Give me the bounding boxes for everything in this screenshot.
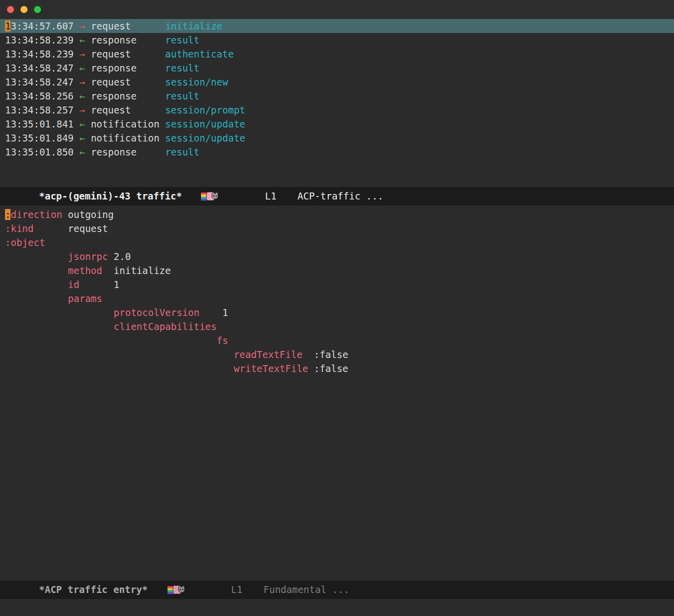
seg-plain xyxy=(85,132,90,144)
traffic-log-row[interactable]: 13:34:58.256 ← response result xyxy=(0,89,674,103)
traffic-log-row[interactable]: 13:34:58.257 → request session/prompt xyxy=(0,103,674,117)
seg-plain xyxy=(85,34,90,46)
traffic-log-row[interactable]: 13:35:01.849 ← notification session/upda… xyxy=(0,131,674,145)
seg-plain xyxy=(85,118,90,130)
major-mode-indicator[interactable]: ACP-traffic ... xyxy=(298,187,384,206)
seg-plain xyxy=(74,90,79,102)
acp-traffic-log-pane: 13:34:57.607 → request initialize13:34:5… xyxy=(0,19,674,187)
minimize-button[interactable] xyxy=(20,6,28,13)
plist-key: jsonrpc xyxy=(68,251,108,262)
plist-key: direction xyxy=(10,209,62,220)
plist-value xyxy=(5,265,68,276)
plist-key: :kind xyxy=(5,223,34,234)
seg-plain xyxy=(85,104,90,116)
direction-arrow-icon: ← xyxy=(80,34,85,46)
message-kind: notification xyxy=(91,118,166,130)
traffic-log-row[interactable]: 13:34:58.239 → request authenticate xyxy=(0,47,674,61)
entry-detail-line: method initialize xyxy=(0,264,674,278)
echo-area xyxy=(0,599,674,616)
timestamp: 13:34:58.247 xyxy=(5,76,74,88)
plist-value: :false xyxy=(308,363,348,374)
entry-detail-line: fs xyxy=(0,334,674,348)
timestamp: 13:34:58.247 xyxy=(5,62,74,74)
entry-detail-line: :object xyxy=(0,236,674,250)
entry-detail-line: :kind request xyxy=(0,222,674,236)
method-name: result xyxy=(165,90,200,102)
seg-plain xyxy=(74,62,79,74)
entry-detail-line: :direction outgoing xyxy=(0,208,674,222)
plist-key: fs xyxy=(216,335,228,346)
message-kind: request xyxy=(91,20,166,32)
method-name: session/new xyxy=(165,76,228,88)
direction-arrow-icon: → xyxy=(80,48,85,60)
direction-arrow-icon: ← xyxy=(80,146,85,158)
buffer-name[interactable]: *acp-(gemini)-43 traffic* xyxy=(39,187,182,206)
zoom-button[interactable] xyxy=(34,6,41,13)
method-name: session/update xyxy=(165,118,245,130)
timestamp: 13:35:01.841 xyxy=(5,118,74,130)
plist-value: request xyxy=(34,223,108,234)
message-kind: request xyxy=(91,76,166,88)
seg-plain xyxy=(74,132,79,144)
message-kind: request xyxy=(91,48,166,60)
plist-key: readTextFile xyxy=(234,349,302,360)
method-name: session/prompt xyxy=(165,104,245,116)
seg-plain xyxy=(85,20,90,32)
text-cursor: 1 xyxy=(5,20,10,32)
traffic-log-row[interactable]: 13:34:58.247 → request session/new xyxy=(0,75,674,89)
timestamp: 13:34:58.257 xyxy=(5,104,74,116)
plist-key: :object xyxy=(5,237,45,248)
plist-value xyxy=(5,349,234,360)
direction-arrow-icon: ← xyxy=(80,62,85,74)
seg-plain xyxy=(74,20,79,32)
direction-arrow-icon: → xyxy=(80,20,85,32)
message-kind: response xyxy=(91,90,166,102)
traffic-log-row[interactable]: 13:35:01.850 ← response result xyxy=(0,145,674,159)
timestamp: 13:34:58.239 xyxy=(5,34,74,46)
plist-value: 1 xyxy=(80,279,120,290)
plist-value xyxy=(5,251,68,262)
modeline-entry-buffer: *ACP traffic entry* L1 Fundamental ... xyxy=(0,580,674,599)
plist-key: method xyxy=(68,265,102,276)
entry-detail-line: id 1 xyxy=(0,278,674,292)
plist-value: 1 xyxy=(200,307,228,318)
entry-detail-line: readTextFile :false xyxy=(0,348,674,362)
traffic-log-row[interactable]: 13:34:58.247 ← response result xyxy=(0,61,674,75)
timestamp: 3:34:57.607 xyxy=(10,20,74,32)
method-name: result xyxy=(165,34,200,46)
message-kind: response xyxy=(91,62,166,74)
method-name: initialize xyxy=(165,20,222,32)
modeline-traffic-buffer: *acp-(gemini)-43 traffic* L1 ACP-traffic… xyxy=(0,187,674,206)
emacs-window: 13:34:57.607 → request initialize13:34:5… xyxy=(0,0,674,616)
plist-key: protocolVersion xyxy=(114,307,200,318)
method-name: session/update xyxy=(165,132,245,144)
close-button[interactable] xyxy=(7,6,14,13)
entry-detail-line: protocolVersion 1 xyxy=(0,306,674,320)
entry-detail-line: params xyxy=(0,292,674,306)
plist-value: initialize xyxy=(102,265,170,276)
traffic-log-row[interactable]: 13:34:57.607 → request initialize xyxy=(0,19,674,33)
seg-plain xyxy=(85,76,90,88)
plist-value xyxy=(5,363,234,374)
plist-value: 2.0 xyxy=(108,251,131,262)
plist-value xyxy=(5,335,216,346)
plist-key: params xyxy=(68,293,102,304)
traffic-log-row[interactable]: 13:35:01.841 ← notification session/upda… xyxy=(0,117,674,131)
plist-key: clientCapabilities xyxy=(114,321,216,332)
direction-arrow-icon: → xyxy=(80,76,85,88)
direction-arrow-icon: ← xyxy=(80,90,85,102)
entry-detail-line: writeTextFile :false xyxy=(0,362,674,376)
direction-arrow-icon: → xyxy=(80,104,85,116)
major-mode-indicator[interactable]: Fundamental ... xyxy=(264,580,350,599)
plist-value xyxy=(5,293,68,304)
entry-detail-line: clientCapabilities xyxy=(0,320,674,334)
seg-plain xyxy=(74,34,79,46)
nyan-cat-icon xyxy=(201,190,218,209)
text-cursor: : xyxy=(5,209,10,220)
line-indicator: L1 xyxy=(265,187,276,206)
acp-entry-detail-pane: :direction outgoing:kind request:object … xyxy=(0,206,674,580)
traffic-log-row[interactable]: 13:34:58.239 ← response result xyxy=(0,33,674,47)
seg-plain xyxy=(74,146,79,158)
entry-detail-line: jsonrpc 2.0 xyxy=(0,250,674,264)
buffer-name[interactable]: *ACP traffic entry* xyxy=(39,580,148,599)
